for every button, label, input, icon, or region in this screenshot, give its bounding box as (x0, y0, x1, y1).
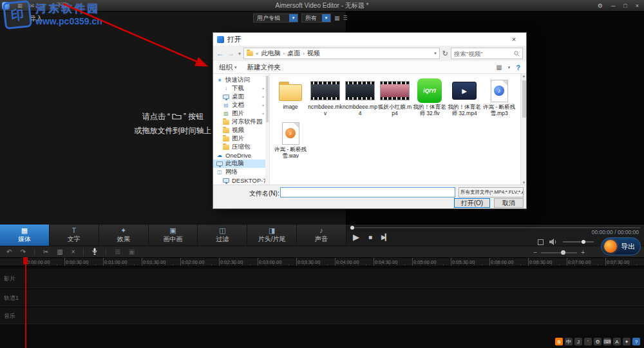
dialog-titlebar[interactable]: 打开 × (213, 33, 526, 46)
file-item-huyao-mp4[interactable]: 狐妖小红娘.mp4 (377, 77, 412, 116)
ime-settings-icon[interactable]: ⚙ (594, 338, 601, 345)
tab-effects[interactable]: ✦ 效果 (99, 224, 149, 246)
album-dropdown[interactable]: 用户专辑 ▾ (253, 14, 298, 23)
filename-input[interactable] (280, 187, 455, 197)
file-item-wav[interactable]: ♪ 许嵩 - 断桥残雪.wav (273, 120, 308, 159)
maximize-button[interactable]: □ (623, 3, 627, 9)
zoom-slider[interactable] (541, 252, 577, 253)
scrollbar-thumb[interactable] (522, 80, 526, 118)
close-button[interactable]: × (636, 3, 639, 9)
sidebar-item-archive-folder[interactable]: 压缩包 (213, 143, 269, 151)
ime-punct-icon[interactable]: ’ (584, 338, 592, 345)
settings-icon[interactable]: ⚙ (598, 3, 603, 9)
sidebar-item-pictures-folder[interactable]: 图片 (213, 134, 269, 143)
file-list-scrollbar[interactable]: ▲ ▼ (520, 74, 526, 185)
stop-button[interactable]: ■ (368, 234, 372, 241)
seek-bar[interactable] (350, 227, 640, 228)
ime-mode-icon[interactable]: J (574, 338, 582, 345)
cloud-icon: ☁ (216, 152, 223, 158)
dialog-close-button[interactable]: × (506, 35, 522, 43)
search-box[interactable] (451, 48, 523, 59)
copy-icon[interactable]: ▥ (57, 248, 62, 255)
delete-icon[interactable]: × (71, 248, 75, 255)
ime-skin-icon[interactable]: ✦ (623, 338, 630, 345)
history-chevron-icon[interactable]: ▾ (238, 51, 241, 57)
sidebar-item-desktop-7etc[interactable]: DESKTOP-7ETC (213, 176, 269, 185)
undo-icon[interactable]: ↶ (6, 248, 12, 255)
ime-letter-icon[interactable]: A (613, 338, 621, 345)
breadcrumb-root[interactable]: « (256, 51, 258, 57)
file-item-image-folder[interactable]: image (273, 77, 308, 116)
tab-audio[interactable]: ♪ 声音 (297, 224, 346, 246)
sidebar-item-pictures[interactable]: ▨ 图片 ✦ (213, 109, 269, 118)
organize-menu[interactable]: 组织 ▾ (219, 63, 237, 72)
grid-view-icon[interactable]: ▦ (334, 15, 340, 21)
timeline-ruler[interactable]: 0:00:00.00 0:00:30.00 0:01:00.00 0:01:30… (0, 257, 644, 266)
track-overlay[interactable]: 轨道1 (0, 289, 644, 306)
sidebar-scrollbar[interactable] (265, 74, 269, 185)
file-item-teacher-mp4[interactable]: ▶ 我的！体育老师 32.mp4 (447, 77, 482, 116)
tab-text[interactable]: T 文字 (50, 224, 99, 246)
file-item-mkv[interactable]: ncmbdeee.mkv (308, 77, 343, 116)
sidebar-item-downloads[interactable]: ↓ 下载 ✦ (213, 84, 269, 93)
volume-handle[interactable] (582, 240, 585, 244)
track-music[interactable]: 音乐 (0, 307, 644, 324)
zoom-handle[interactable] (561, 250, 565, 255)
sidebar-item-videos-folder[interactable]: 视频 (213, 126, 269, 134)
volume-slider[interactable] (563, 241, 594, 243)
timeline-toolbar: ↶ ↷ ✂ ▥ × ⊞ ▣ − + (0, 246, 644, 257)
scroll-up-icon[interactable]: ▲ (521, 74, 527, 78)
track-video[interactable]: 影片 (0, 269, 644, 288)
cancel-button[interactable]: 取消 (494, 198, 524, 208)
view-mode-icon[interactable]: ▦ (496, 64, 502, 71)
export-button[interactable]: 导出 (601, 237, 641, 255)
add-track-icon[interactable]: ⊞ (115, 248, 120, 255)
file-item-mp3[interactable]: ♪ 许嵩 - 断桥残雪.mp3 (482, 77, 516, 116)
search-input[interactable] (454, 50, 512, 57)
step-forward-button[interactable]: ▶▎ (381, 234, 388, 241)
minimize-button[interactable]: ─ (611, 3, 615, 9)
sidebar-item-this-pc[interactable]: 此电脑 (213, 160, 269, 168)
split-scissors-icon[interactable]: ✂ (43, 248, 48, 255)
breadcrumb-desktop[interactable]: 桌面 (287, 49, 300, 58)
scrollbar-thumb[interactable] (266, 76, 269, 122)
sidebar-item-documents[interactable]: ▤ 文档 ✦ (213, 101, 269, 109)
file-item-flv[interactable]: iQIYI 我的！体育老师 32.flv (412, 77, 447, 116)
filter-dropdown[interactable]: 所有 ▾ (301, 14, 331, 23)
help-icon[interactable]: ? (516, 64, 520, 71)
play-button[interactable]: ▶ (353, 232, 359, 242)
forward-icon[interactable]: → (227, 50, 234, 57)
chevron-down-icon[interactable]: ▾ (434, 51, 437, 56)
file-item-mp4[interactable]: ncmbdeee.mp4 (343, 77, 377, 116)
sidebar-item-network[interactable]: ◫ 网络 (213, 168, 269, 176)
fullscreen-icon[interactable] (538, 239, 544, 245)
microphone-icon[interactable] (92, 248, 97, 257)
tab-media[interactable]: ▦ 媒体 (0, 224, 50, 246)
zoom-in-icon[interactable]: + (581, 249, 585, 256)
tab-pip[interactable]: ▣ 画中画 (149, 224, 198, 246)
breadcrumb-this-pc[interactable]: 此电脑 (261, 49, 280, 58)
tab-intro-credit[interactable]: ◨ 片头/片尾 (247, 224, 297, 246)
ime-chinese-icon[interactable]: 中 (565, 338, 573, 345)
chevron-down-icon[interactable]: ▾ (508, 65, 511, 70)
sidebar-item-quick-access[interactable]: ★ 快速访问 (213, 76, 269, 84)
zoom-out-icon[interactable]: − (533, 249, 537, 256)
seek-handle[interactable] (350, 226, 354, 230)
refresh-icon[interactable]: ↻ (442, 50, 448, 58)
ime-keyboard-icon[interactable]: ⌨ (603, 338, 611, 345)
new-folder-button[interactable]: 新建文件夹 (247, 63, 281, 72)
sidebar-item-folder[interactable]: 河东软件园 (213, 118, 269, 126)
sidebar-item-desktop[interactable]: 桌面 ✦ (213, 93, 269, 101)
redo-icon[interactable]: ↷ (20, 248, 25, 255)
ime-sogou-icon[interactable]: S (555, 338, 563, 345)
playhead[interactable] (25, 257, 26, 348)
sidebar-item-onedrive[interactable]: ☁ OneDrive (213, 151, 269, 160)
snapshot-icon[interactable]: ▣ (129, 248, 135, 255)
breadcrumb-videos[interactable]: 视频 (307, 49, 320, 58)
ime-help-icon[interactable]: ? (632, 338, 640, 345)
back-icon[interactable]: ← (216, 50, 223, 57)
open-button[interactable]: 打开(O) (454, 198, 490, 208)
breadcrumb[interactable]: « 此电脑 › 桌面 › 视频 ▾ (243, 48, 440, 59)
tab-transition[interactable]: ◫ 过滤 (198, 224, 247, 246)
filetype-dropdown[interactable]: 所有支持文件(*.MP4;*.FLV;*.A) ▾ (459, 187, 524, 197)
